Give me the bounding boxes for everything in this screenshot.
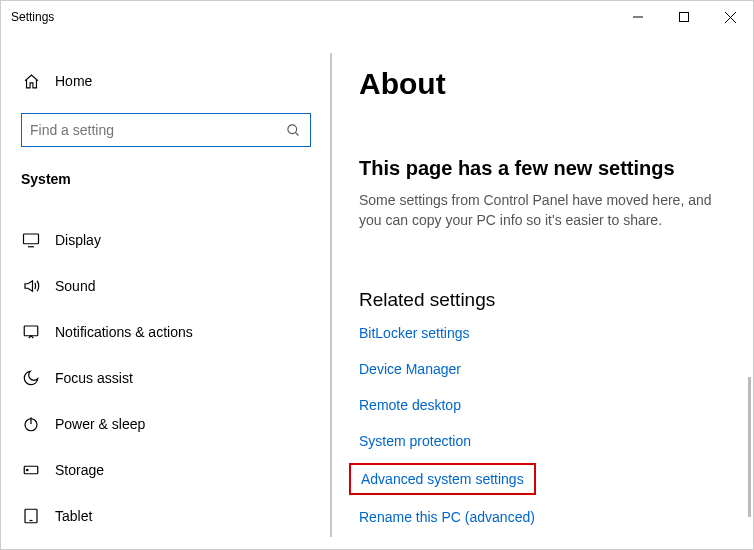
window-title: Settings bbox=[11, 10, 54, 24]
sidebar-item-label: Focus assist bbox=[55, 370, 133, 386]
display-icon bbox=[21, 231, 41, 249]
svg-rect-6 bbox=[24, 234, 39, 244]
minimize-icon bbox=[633, 12, 643, 22]
settings-window: Settings Home Syste bbox=[0, 0, 754, 550]
sidebar-item-tablet[interactable]: Tablet bbox=[21, 493, 311, 539]
sub-description: Some settings from Control Panel have mo… bbox=[359, 190, 725, 231]
window-body: Home System Display bbox=[1, 33, 753, 549]
search-icon bbox=[284, 123, 302, 138]
svg-point-12 bbox=[27, 469, 29, 471]
main-content: About This page has a few new settings S… bbox=[331, 33, 753, 549]
home-icon bbox=[21, 73, 41, 90]
sidebar-item-notifications[interactable]: Notifications & actions bbox=[21, 309, 311, 355]
sidebar-item-focus-assist[interactable]: Focus assist bbox=[21, 355, 311, 401]
link-device-manager[interactable]: Device Manager bbox=[359, 361, 461, 377]
sidebar-item-display[interactable]: Display bbox=[21, 217, 311, 263]
close-icon bbox=[725, 12, 736, 23]
sidebar-item-label: Sound bbox=[55, 278, 95, 294]
storage-icon bbox=[21, 461, 41, 479]
power-icon bbox=[21, 415, 41, 433]
search-input[interactable] bbox=[30, 122, 284, 138]
link-advanced-system-settings[interactable]: Advanced system settings bbox=[349, 463, 536, 495]
sidebar-item-sound[interactable]: Sound bbox=[21, 263, 311, 309]
related-settings-heading: Related settings bbox=[359, 289, 725, 311]
page-title: About bbox=[359, 67, 725, 101]
sidebar: Home System Display bbox=[1, 33, 331, 549]
search-input-container[interactable] bbox=[21, 113, 311, 147]
sub-heading: This page has a few new settings bbox=[359, 157, 725, 180]
home-nav[interactable]: Home bbox=[21, 61, 311, 101]
svg-point-4 bbox=[287, 124, 296, 133]
sound-icon bbox=[21, 277, 41, 295]
focus-assist-icon bbox=[21, 369, 41, 387]
minimize-button[interactable] bbox=[615, 1, 661, 33]
link-bitlocker-settings[interactable]: BitLocker settings bbox=[359, 325, 470, 341]
maximize-icon bbox=[679, 12, 689, 22]
scrollbar[interactable] bbox=[748, 377, 751, 517]
sidebar-item-label: Storage bbox=[55, 462, 104, 478]
svg-rect-1 bbox=[680, 13, 689, 22]
notifications-icon bbox=[21, 323, 41, 341]
home-label: Home bbox=[55, 73, 92, 89]
svg-line-5 bbox=[295, 132, 298, 135]
link-remote-desktop[interactable]: Remote desktop bbox=[359, 397, 461, 413]
sidebar-item-label: Power & sleep bbox=[55, 416, 145, 432]
sidebar-nav: Display Sound Notifications & actions bbox=[21, 217, 311, 539]
titlebar: Settings bbox=[1, 1, 753, 33]
close-button[interactable] bbox=[707, 1, 753, 33]
sidebar-item-label: Tablet bbox=[55, 508, 92, 524]
sidebar-item-label: Notifications & actions bbox=[55, 324, 193, 340]
sidebar-item-label: Display bbox=[55, 232, 101, 248]
related-links: BitLocker settings Device Manager Remote… bbox=[359, 325, 725, 525]
link-rename-this-pc[interactable]: Rename this PC (advanced) bbox=[359, 509, 535, 525]
tablet-icon bbox=[21, 507, 41, 525]
sidebar-item-storage[interactable]: Storage bbox=[21, 447, 311, 493]
svg-rect-8 bbox=[24, 326, 38, 336]
section-label-system: System bbox=[21, 171, 311, 187]
sidebar-item-power-sleep[interactable]: Power & sleep bbox=[21, 401, 311, 447]
maximize-button[interactable] bbox=[661, 1, 707, 33]
link-system-protection[interactable]: System protection bbox=[359, 433, 471, 449]
